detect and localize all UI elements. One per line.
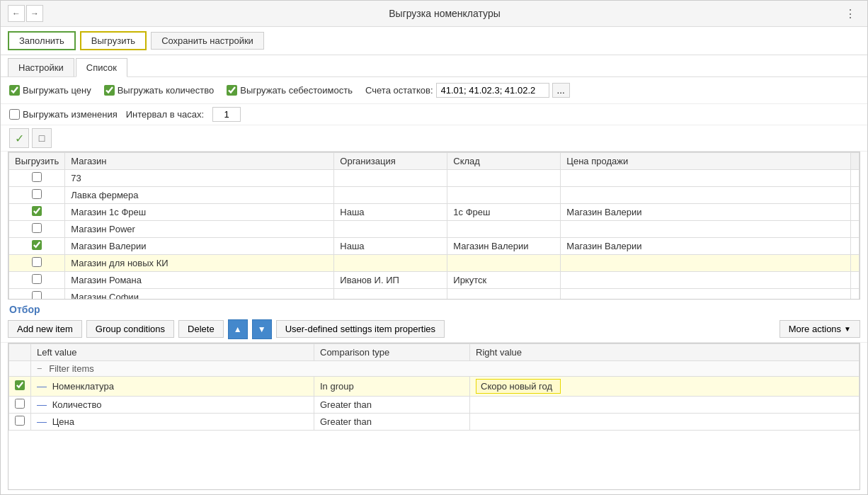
- table-row[interactable]: Магазин Power: [9, 221, 860, 238]
- window-title: Выгрузка номенклатуры: [49, 8, 840, 19]
- content-area: Выгружать цену Выгружать количество Выгр…: [1, 77, 867, 494]
- filter-dash-icon-3: —: [37, 416, 47, 427]
- add-new-item-button[interactable]: Add new item: [8, 320, 82, 338]
- shops-table: Выгрузить Магазин Организация Склад Цена…: [8, 152, 860, 299]
- group-conditions-button[interactable]: Group conditions: [86, 320, 174, 338]
- user-settings-button[interactable]: User-defined settings item properties: [276, 320, 445, 338]
- export-button[interactable]: Выгрузить: [80, 31, 147, 50]
- table-row[interactable]: Магазин Валерии Наша Магазин Валерии Маг…: [9, 238, 860, 255]
- toolbar: Заполнить Выгрузить Сохранить настройки: [1, 27, 867, 55]
- col-export: Выгрузить: [9, 153, 65, 170]
- forward-button[interactable]: →: [26, 5, 43, 22]
- up-arrow-icon: ▲: [234, 324, 242, 334]
- fill-button[interactable]: Заполнить: [8, 31, 76, 50]
- down-arrow-icon: ▼: [258, 324, 266, 334]
- main-window: ← → Выгрузка номенклатуры ⋮ Заполнить Вы…: [0, 0, 868, 495]
- export-price-check[interactable]: Выгружать цену: [9, 85, 91, 96]
- title-bar: ← → Выгрузка номенклатуры ⋮: [1, 1, 867, 27]
- col-price: Цена продажи: [561, 153, 851, 170]
- filter-section-header: Отбор: [1, 300, 867, 317]
- filter-table: Left value Comparison type Right value −…: [8, 343, 860, 431]
- save-settings-button[interactable]: Сохранить настройки: [151, 32, 264, 50]
- filter-table-scroll[interactable]: Left value Comparison type Right value −…: [8, 343, 860, 490]
- col-filter-check: [9, 343, 31, 360]
- uncheck-all-button[interactable]: □: [32, 128, 52, 148]
- action-icons: ✓ □: [1, 125, 867, 152]
- col-shop: Магазин: [65, 153, 334, 170]
- more-actions-button[interactable]: More actions ▼: [780, 320, 860, 338]
- tab-settings[interactable]: Настройки: [8, 58, 74, 76]
- move-down-button[interactable]: ▼: [252, 319, 272, 339]
- back-button[interactable]: ←: [8, 5, 25, 22]
- check-all-button[interactable]: ✓: [9, 128, 29, 148]
- tabs: Настройки Список: [1, 55, 867, 77]
- filter-row-price[interactable]: — Цена Greater than: [9, 413, 860, 430]
- filter-group-row: − Filter items: [9, 360, 860, 376]
- table-row[interactable]: Магазин 1с Фреш Наша 1с Фреш Магазин Вал…: [9, 204, 860, 221]
- accounts-select-button[interactable]: ...: [552, 83, 570, 98]
- interval-input[interactable]: [212, 107, 241, 122]
- col-left-value: Left value: [31, 343, 314, 360]
- move-up-button[interactable]: ▲: [228, 319, 248, 339]
- export-changes-check[interactable]: Выгружать изменения: [9, 109, 118, 120]
- filter-dash-icon: —: [37, 380, 47, 392]
- shops-table-container: Выгрузить Магазин Организация Склад Цена…: [8, 152, 860, 300]
- table-row[interactable]: Лавка фермера: [9, 187, 860, 204]
- filter-row-quantity[interactable]: — Количество Greater than: [9, 396, 860, 413]
- filter-right-value: Скоро новый год: [476, 379, 561, 394]
- table-row[interactable]: Магазин для новых КИ: [9, 255, 860, 272]
- export-cost-check[interactable]: Выгружать себестоимость: [227, 85, 353, 96]
- scroll-col: [851, 153, 860, 170]
- filter-row-nomenclature[interactable]: — Номенклатура In group Скоро новый год: [9, 376, 860, 396]
- col-org: Организация: [334, 153, 447, 170]
- dropdown-arrow-icon: ▼: [844, 325, 851, 333]
- table-row[interactable]: Магазин Софии: [9, 289, 860, 299]
- shops-table-scroll[interactable]: Выгрузить Магазин Организация Склад Цена…: [8, 152, 860, 299]
- accounts-input[interactable]: [436, 83, 549, 98]
- settings-checkboxes: Выгружать цену Выгружать количество Выгр…: [1, 77, 867, 104]
- col-warehouse: Склад: [447, 153, 561, 170]
- export-qty-check[interactable]: Выгружать количество: [104, 85, 215, 96]
- filter-toolbar: Add new item Group conditions Delete ▲ ▼…: [1, 317, 867, 343]
- nav-arrows: ← →: [8, 5, 43, 22]
- table-row[interactable]: 73: [9, 170, 860, 187]
- col-right-value: Right value: [470, 343, 860, 360]
- changes-row: Выгружать изменения Интервал в часах:: [1, 104, 867, 125]
- col-comparison: Comparison type: [314, 343, 470, 360]
- filter-dash-icon-2: —: [37, 399, 47, 410]
- table-row[interactable]: Магазин Романа Иванов И. ИП Иркутск: [9, 272, 860, 289]
- collapse-icon: −: [37, 363, 42, 374]
- menu-icon[interactable]: ⋮: [840, 6, 860, 22]
- tab-list[interactable]: Список: [76, 58, 127, 77]
- delete-button[interactable]: Delete: [178, 320, 224, 338]
- accounts-group: Счета остатков: ...: [365, 83, 570, 98]
- filter-table-container: Left value Comparison type Right value −…: [8, 343, 860, 491]
